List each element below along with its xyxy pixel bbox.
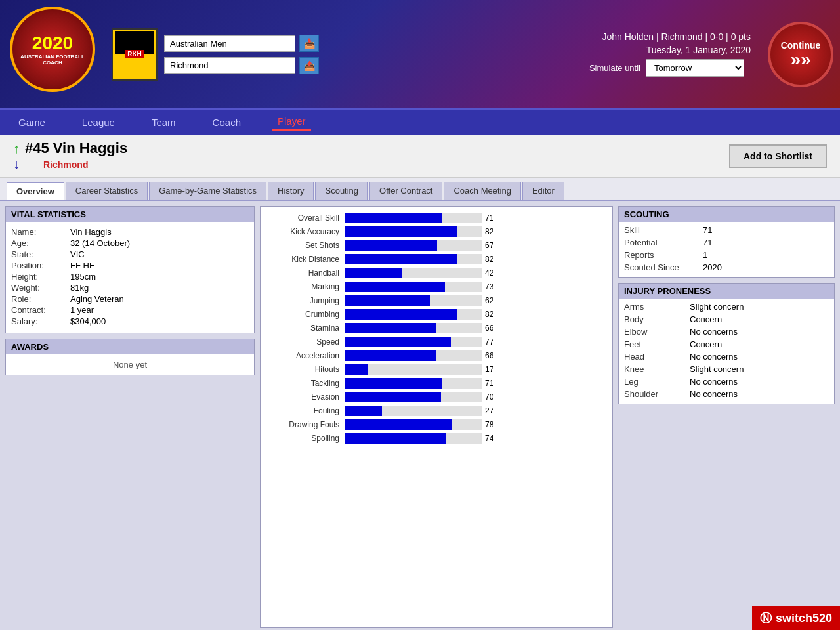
vital-stat-row: Salary:$304,000 (11, 316, 249, 326)
tab-game-by-game[interactable]: Game-by-Game Statistics (149, 182, 266, 200)
exit-icon[interactable]: 📤 (299, 57, 319, 74)
skill-value: 74 (482, 434, 502, 443)
injury-box: INJURY PRONENESS ArmsSlight concernBodyC… (618, 283, 835, 404)
skill-row: Stamina 66 (261, 322, 612, 334)
skill-bar-container (345, 350, 482, 361)
injury-header: INJURY PRONENESS (619, 284, 834, 299)
club-select[interactable]: Richmond (164, 57, 295, 74)
skill-bar-container (345, 406, 482, 416)
vital-stat-label: Position: (11, 261, 70, 270)
simulate-label: Simulate until (589, 63, 640, 73)
brand-text: switch520 (776, 612, 832, 625)
tab-overview[interactable]: Overview (7, 182, 64, 200)
skill-name: Marking (266, 282, 345, 291)
player-name: ↑ #45 Vin Haggis (13, 140, 127, 157)
skill-bar-container (345, 240, 482, 251)
tab-history[interactable]: History (268, 182, 314, 200)
skill-bar (345, 378, 442, 388)
nav-coach[interactable]: Coach (207, 114, 246, 131)
injury-label: Body (624, 314, 690, 324)
injury-label: Feet (624, 339, 690, 349)
skill-bar (345, 226, 457, 237)
scouting-value: 71 (703, 238, 712, 247)
scouting-row: Scouted Since2020 (619, 262, 834, 273)
skill-bar (345, 254, 457, 264)
skill-name: Kick Distance (266, 255, 345, 264)
nav-game[interactable]: Game (13, 114, 51, 131)
tab-scouting[interactable]: Scouting (315, 182, 368, 200)
awards-text: None yet (6, 354, 254, 375)
injury-row: FeetConcern (619, 339, 834, 350)
vital-stat-label: Salary: (11, 316, 70, 326)
vital-stat-value: FF HF (70, 261, 94, 270)
continue-button[interactable]: Continue »» (768, 22, 833, 87)
skill-value: 73 (482, 282, 502, 291)
injury-label: Shoulder (624, 389, 690, 399)
skill-bar-container (345, 337, 482, 347)
scouting-label: Potential (624, 238, 703, 247)
simulate-select[interactable]: Tomorrow (646, 59, 744, 77)
skill-bar (345, 268, 402, 278)
header: 2020 AUSTRALIAN FOOTBALL COACH RKH Austr… (0, 0, 840, 108)
tabs-bar: Overview Career Statistics Game-by-Game … (0, 178, 840, 201)
header-right: John Holden | Richmond | 0-0 | 0 pts Tue… (589, 22, 840, 87)
inbox-icon[interactable]: 📥 (299, 35, 319, 52)
player-title-area: ↑ #45 Vin Haggis ↓ Richmond (13, 140, 127, 172)
skill-bar-container (345, 392, 482, 402)
tab-coach-meeting[interactable]: Coach Meeting (444, 182, 520, 200)
injury-row: LegNo concerns (619, 376, 834, 387)
skill-name: Hitouts (266, 365, 345, 374)
injury-label: Arms (624, 302, 690, 312)
injury-label: Elbow (624, 327, 690, 337)
vital-stats-content: Name:Vin HaggisAge:32 (14 October)State:… (6, 222, 254, 333)
skill-bar (345, 309, 457, 320)
skill-bar-container (345, 433, 482, 444)
skill-row: Marking 73 (261, 281, 612, 293)
vital-stat-row: Age:32 (14 October) (11, 238, 249, 248)
scouting-value: 1 (703, 250, 707, 260)
injury-value: No concerns (690, 389, 738, 399)
scouting-label: Reports (624, 250, 703, 260)
nav-league[interactable]: League (77, 114, 120, 131)
tab-career-statistics[interactable]: Career Statistics (66, 182, 148, 200)
manager-info: John Holden | Richmond | 0-0 | 0 pts (589, 32, 751, 42)
scouting-value: 2020 (703, 262, 722, 272)
add-shortlist-button[interactable]: Add to Shortlist (729, 144, 827, 168)
skill-bar (345, 406, 382, 416)
skill-value: 42 (482, 268, 502, 278)
arrow-down-icon: ↓ (13, 157, 20, 172)
tab-offer-contract[interactable]: Offer Contract (369, 182, 442, 200)
injury-value: Concern (690, 314, 722, 324)
injury-row: ElbowNo concerns (619, 326, 834, 337)
skill-name: Fouling (266, 406, 345, 415)
skill-bar-container (345, 268, 482, 278)
league-select[interactable]: Australian Men (164, 35, 295, 52)
skill-value: 66 (482, 351, 502, 360)
header-top-row: John Holden | Richmond | 0-0 | 0 pts Tue… (589, 22, 840, 87)
vital-stat-value: VIC (70, 249, 85, 259)
skill-row: Kick Distance 82 (261, 253, 612, 265)
nav-player[interactable]: Player (272, 113, 311, 131)
scouting-rows: Skill71Potential71Reports1Scouted Since2… (619, 222, 834, 277)
arrow-up-icon: ↑ (13, 141, 20, 156)
skill-bar-container (345, 254, 482, 264)
skill-name: Evasion (266, 392, 345, 402)
skill-value: 62 (482, 296, 502, 305)
skill-bar-container (345, 213, 482, 223)
vital-stat-row: Role:Aging Veteran (11, 294, 249, 304)
scouting-box: SCOUTING Skill71Potential71Reports1Scout… (618, 206, 835, 278)
skill-name: Stamina (266, 324, 345, 333)
injury-value: Slight concern (690, 302, 744, 312)
logo-year: 2020 (32, 33, 73, 54)
nav-team[interactable]: Team (146, 114, 181, 131)
vital-stat-value: 81kg (70, 283, 89, 293)
skill-row: Overall Skill 71 (261, 212, 612, 224)
skill-bar (345, 295, 430, 306)
tab-editor[interactable]: Editor (522, 182, 564, 200)
skill-name: Acceleration (266, 351, 345, 360)
club-badge: RKH (112, 28, 158, 81)
vital-stat-value: $304,000 (70, 316, 106, 326)
scouting-label: Skill (624, 225, 703, 235)
vital-stat-row: Height:195cm (11, 272, 249, 282)
awards-box: AWARDS None yet (5, 339, 255, 375)
